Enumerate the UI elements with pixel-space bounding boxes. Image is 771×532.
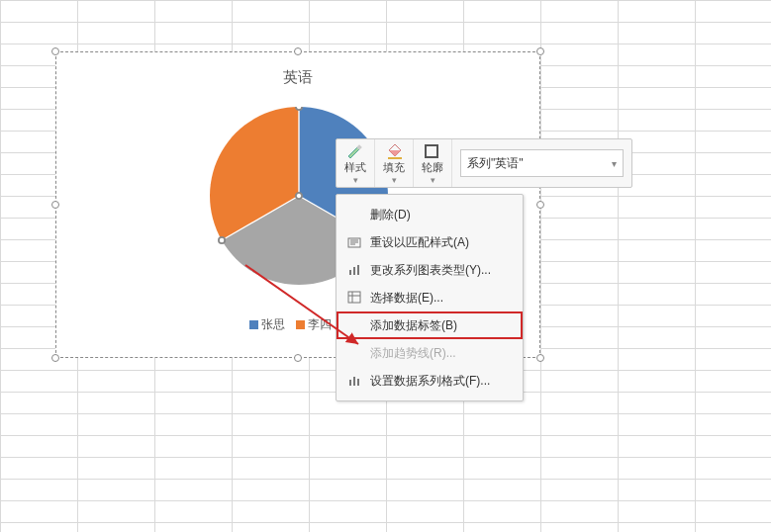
series-selected-text: 系列"英语" xyxy=(467,155,524,172)
menu-change-chart-type-label: 更改系列图表类型(Y)... xyxy=(370,262,491,279)
legend-label-2: 李四 xyxy=(308,317,332,331)
outline-icon xyxy=(422,141,443,160)
series-selector[interactable]: 系列"英语" xyxy=(460,149,624,177)
format-series-icon xyxy=(344,372,366,390)
blank-icon xyxy=(344,206,366,223)
style-button[interactable]: 样式▾ xyxy=(337,139,375,187)
resize-handle-sw[interactable] xyxy=(51,354,59,362)
chart-type-icon xyxy=(344,261,366,279)
resize-handle-n[interactable] xyxy=(294,47,302,55)
svg-rect-14 xyxy=(348,292,360,303)
svg-point-6 xyxy=(296,193,302,199)
svg-rect-13 xyxy=(357,265,359,275)
fill-button[interactable]: 填充▾ xyxy=(375,139,414,187)
blank-icon xyxy=(344,316,366,334)
svg-rect-17 xyxy=(357,379,359,386)
chart-title[interactable]: 英语 xyxy=(56,68,539,87)
fill-label: 填充 xyxy=(383,160,405,175)
menu-delete-label: 删除(D) xyxy=(370,207,411,223)
menu-select-data-label: 选择数据(E)... xyxy=(370,290,443,307)
select-data-icon xyxy=(344,289,366,307)
legend-label-1: 张思 xyxy=(261,317,285,331)
menu-format-series[interactable]: 设置数据系列格式(F)... xyxy=(337,367,523,395)
svg-rect-16 xyxy=(353,377,355,386)
menu-add-trendline-label: 添加趋势线(R)... xyxy=(370,345,456,362)
resize-handle-w[interactable] xyxy=(51,201,59,209)
menu-change-chart-type[interactable]: 更改系列图表类型(Y)... xyxy=(337,256,523,284)
svg-rect-15 xyxy=(349,380,351,386)
resize-handle-se[interactable] xyxy=(536,354,544,362)
legend-swatch-1 xyxy=(249,320,258,329)
menu-reset-style-label: 重设以匹配样式(A) xyxy=(370,234,469,251)
svg-rect-8 xyxy=(388,157,402,159)
menu-add-data-labels[interactable]: 添加数据标签(B) xyxy=(337,311,523,339)
svg-point-4 xyxy=(219,237,225,243)
blank-icon xyxy=(344,344,366,362)
menu-add-data-labels-label: 添加数据标签(B) xyxy=(370,317,457,334)
menu-format-series-label: 设置数据系列格式(F)... xyxy=(370,373,490,390)
reset-icon xyxy=(344,233,366,251)
resize-handle-e[interactable] xyxy=(536,201,544,209)
resize-handle-ne[interactable] xyxy=(536,47,544,55)
menu-add-trendline: 添加趋势线(R)... xyxy=(337,339,523,367)
svg-point-3 xyxy=(296,107,302,110)
legend-swatch-2 xyxy=(296,320,305,329)
svg-rect-12 xyxy=(353,267,355,275)
svg-rect-11 xyxy=(349,270,351,275)
menu-select-data[interactable]: 选择数据(E)... xyxy=(337,284,523,311)
brush-icon xyxy=(344,141,366,160)
style-label: 样式 xyxy=(344,160,366,175)
outline-button[interactable]: 轮廓▾ xyxy=(414,139,452,187)
menu-reset-style[interactable]: 重设以匹配样式(A) xyxy=(337,228,523,256)
menu-delete[interactable]: 删除(D) xyxy=(337,201,523,228)
resize-handle-nw[interactable] xyxy=(51,47,59,55)
chart-mini-toolbar: 样式▾ 填充▾ 轮廓▾ 系列"英语" xyxy=(336,138,632,188)
resize-handle-s[interactable] xyxy=(294,354,302,362)
context-menu: 删除(D) 重设以匹配样式(A) 更改系列图表类型(Y)... 选择数据(E).… xyxy=(336,194,524,401)
bucket-icon xyxy=(383,141,405,160)
outline-label: 轮廓 xyxy=(422,160,443,175)
svg-rect-9 xyxy=(426,145,437,157)
